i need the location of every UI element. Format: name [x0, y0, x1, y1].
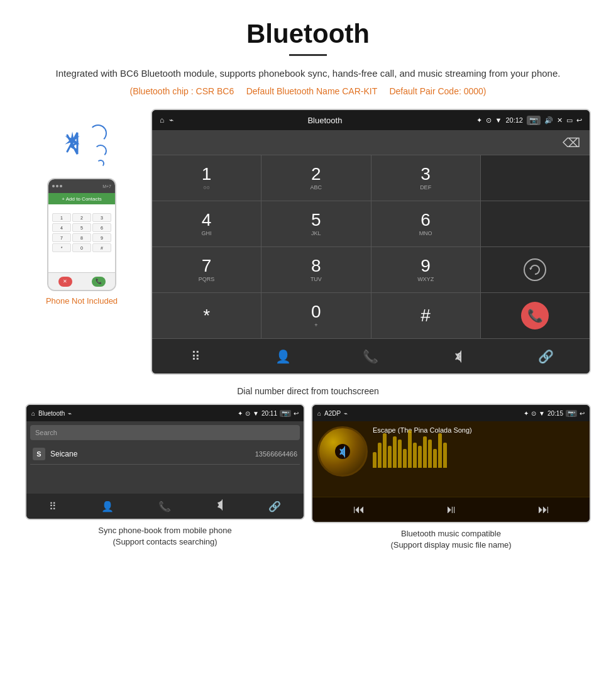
play-pause-button[interactable]: ⏯: [446, 503, 457, 516]
key-hash[interactable]: #: [371, 293, 480, 338]
key-4[interactable]: 4 GHI: [152, 201, 261, 246]
camera-status-icon[interactable]: 📷: [527, 116, 541, 125]
key-8[interactable]: 8 TUV: [261, 247, 370, 292]
music-time: 20:15: [547, 410, 563, 417]
key-2[interactable]: 2 ABC: [261, 155, 370, 201]
bluetooth-icon-container: ✶: [57, 121, 107, 172]
mini-key-star[interactable]: *: [52, 243, 71, 252]
eq-bar: [378, 443, 382, 468]
phonebook-statusbar: ⌂ Bluetooth ⌁ ✦ ⊙ ▼ 20:11 📷 ↩: [26, 405, 304, 421]
pb-phone-icon[interactable]: 📞: [158, 501, 171, 512]
phonebook-screen: ⌂ Bluetooth ⌁ ✦ ⊙ ▼ 20:11 📷 ↩ Search: [25, 404, 305, 520]
eq-bar: [388, 446, 392, 468]
name-spec: Default Bluetooth Name CAR-KIT: [246, 86, 377, 96]
pb-back-icon[interactable]: ↩: [294, 410, 299, 417]
nav-grid-button[interactable]: ⠿: [152, 339, 239, 373]
mini-key-7[interactable]: 7: [52, 233, 71, 242]
key-7[interactable]: 7 PQRS: [152, 247, 261, 292]
eq-bar: [443, 443, 447, 468]
nav-bluetooth-button[interactable]: [415, 339, 502, 373]
mini-key-5[interactable]: 5: [72, 223, 91, 232]
music-camera-icon[interactable]: 📷: [566, 410, 577, 417]
music-statusbar: ⌂ A2DP ⌁ ✦ ⊙ ▼ 20:15 📷 ↩: [312, 405, 590, 421]
music-info: Escape (The Pina Colada Song): [373, 426, 585, 492]
eq-bar: [408, 430, 412, 468]
nav-link-button[interactable]: 🔗: [502, 339, 590, 373]
phone-top-bar: M+7: [48, 179, 115, 193]
window-status-icon[interactable]: ▭: [566, 116, 573, 124]
music-panel: ⌂ A2DP ⌁ ✦ ⊙ ▼ 20:15 📷 ↩: [311, 404, 591, 551]
pb-wifi-icon: ▼: [253, 410, 259, 417]
key-star[interactable]: *: [152, 293, 261, 338]
volume-status-icon[interactable]: 🔊: [544, 116, 553, 124]
key-5[interactable]: 5 JKL: [261, 201, 370, 246]
eq-bar: [428, 440, 432, 468]
phonebook-panel: ⌂ Bluetooth ⌁ ✦ ⊙ ▼ 20:11 📷 ↩ Search: [25, 404, 305, 551]
music-statusbar-left: ⌂ A2DP ⌁: [317, 410, 348, 417]
search-placeholder: Search: [35, 429, 57, 436]
key-3[interactable]: 3 DEF: [371, 155, 480, 201]
phonebook-caption: Sync phone-book from mobile phone(Suppor…: [98, 525, 231, 548]
key-6[interactable]: 6 MNO: [371, 201, 480, 246]
pb-link-icon[interactable]: 🔗: [268, 501, 281, 512]
pb-usb-icon: ⌁: [68, 410, 72, 417]
dial-statusbar: ⌂ ⌁ Bluetooth ✦ ⊙ ▼ 20:12 📷 🔊 ✕ ▭ ↩: [152, 110, 590, 130]
end-call-button-keypad[interactable]: 📞: [521, 302, 549, 329]
mini-key-0[interactable]: 0: [72, 243, 91, 252]
phone-screen-content: 1 2 3 4 5 6 7 8 9 * 0 #: [48, 204, 115, 272]
eq-bar: [383, 433, 387, 468]
phonebook-content: Search S Seicane 13566664466: [26, 421, 304, 494]
pb-user-icon[interactable]: 👤: [101, 501, 114, 512]
mini-key-hash[interactable]: #: [92, 243, 111, 252]
pb-grid-icon[interactable]: ⠿: [49, 501, 57, 512]
refresh-icon[interactable]: [524, 258, 546, 281]
search-bar[interactable]: Search: [30, 425, 300, 440]
pb-statusbar-right: ✦ ⊙ ▼ 20:11 📷 ↩: [238, 410, 299, 417]
key-0[interactable]: 0 +: [261, 293, 370, 338]
pb-bluetooth-icon[interactable]: [216, 499, 224, 513]
phone-device: M+7 + Add to Contacts 1 2 3 4 5 6 7 8 9 …: [47, 178, 116, 291]
close-status-icon[interactable]: ✕: [557, 116, 563, 124]
contact-row[interactable]: S Seicane 13566664466: [30, 444, 300, 465]
phone-display-number: [51, 207, 113, 212]
music-home-icon[interactable]: ⌂: [317, 410, 321, 417]
nav-contacts-button[interactable]: 👤: [239, 339, 327, 373]
mini-key-6[interactable]: 6: [92, 223, 111, 232]
mini-key-4[interactable]: 4: [52, 223, 71, 232]
music-screen: ⌂ A2DP ⌁ ✦ ⊙ ▼ 20:15 📷 ↩: [311, 404, 591, 523]
eq-bar: [438, 433, 442, 468]
middle-section: ✶ M+7 + Add to Contacts 1: [0, 102, 616, 381]
wifi-status-icon: ▼: [495, 116, 502, 124]
key-9[interactable]: 9 WXYZ: [371, 247, 480, 292]
music-controls: ⏮ ⏯ ⏭: [312, 497, 590, 522]
music-back-icon[interactable]: ↩: [580, 410, 585, 417]
dial-display: ⌫: [152, 130, 590, 155]
phone-bottom-bar: ✕ 📞: [48, 272, 115, 290]
mini-key-3[interactable]: 3: [92, 213, 111, 222]
eq-bar: [418, 446, 422, 468]
nav-phone-button[interactable]: 📞: [327, 339, 414, 373]
title-section: Bluetooth Integrated with BC6 Bluetooth …: [0, 0, 616, 102]
music-bt-icon: ✦: [524, 410, 529, 417]
mini-key-9[interactable]: 9: [92, 233, 111, 242]
bt-status-icon: ✦: [476, 116, 482, 124]
mini-key-1[interactable]: 1: [52, 213, 71, 222]
pb-home-icon[interactable]: ⌂: [31, 410, 35, 417]
signal-waves: [92, 124, 107, 167]
prev-track-button[interactable]: ⏮: [353, 503, 365, 516]
pb-camera-icon[interactable]: 📷: [280, 410, 291, 417]
home-icon[interactable]: ⌂: [160, 116, 164, 124]
end-call-button[interactable]: ✕: [58, 277, 72, 287]
music-wifi-icon: ▼: [539, 410, 545, 417]
back-status-icon[interactable]: ↩: [576, 116, 582, 124]
pb-statusbar-left: ⌂ Bluetooth ⌁: [31, 410, 72, 417]
phonebook-spacer: [30, 465, 300, 490]
mini-key-2[interactable]: 2: [72, 213, 91, 222]
key-1[interactable]: 1 ○○: [152, 155, 261, 201]
chip-spec: (Bluetooth chip : CSR BC6: [129, 86, 234, 96]
mini-key-8[interactable]: 8: [72, 233, 91, 242]
backspace-button[interactable]: ⌫: [563, 135, 580, 150]
call-button[interactable]: 📞: [92, 277, 106, 287]
next-track-button[interactable]: ⏭: [538, 503, 549, 516]
contact-number: 13566664466: [255, 450, 297, 458]
